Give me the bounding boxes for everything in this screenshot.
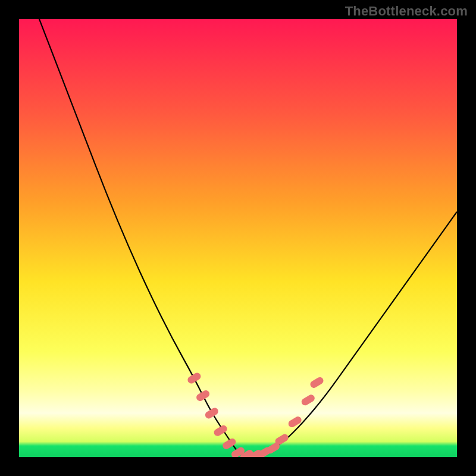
curve-marker: [305, 398, 311, 402]
chart-svg: [19, 19, 457, 457]
curve-marker: [244, 453, 250, 457]
curve-marker: [292, 420, 298, 424]
curve-marker: [314, 381, 320, 384]
curve-marker: [261, 451, 267, 455]
curve-marker: [218, 429, 224, 433]
curve-marker: [270, 446, 276, 450]
curve-marker: [252, 453, 258, 457]
curve-marker: [209, 411, 215, 415]
curve-marker: [191, 377, 197, 380]
curve-marker: [235, 451, 241, 455]
curve-marker: [226, 442, 232, 446]
watermark-text: TheBottleneck.com: [345, 4, 468, 19]
marker-group: [191, 377, 320, 458]
curve-marker: [200, 394, 206, 397]
curve-marker: [279, 438, 285, 441]
chart-plot-area: [19, 19, 457, 457]
bottleneck-curve-line: [19, 19, 457, 457]
